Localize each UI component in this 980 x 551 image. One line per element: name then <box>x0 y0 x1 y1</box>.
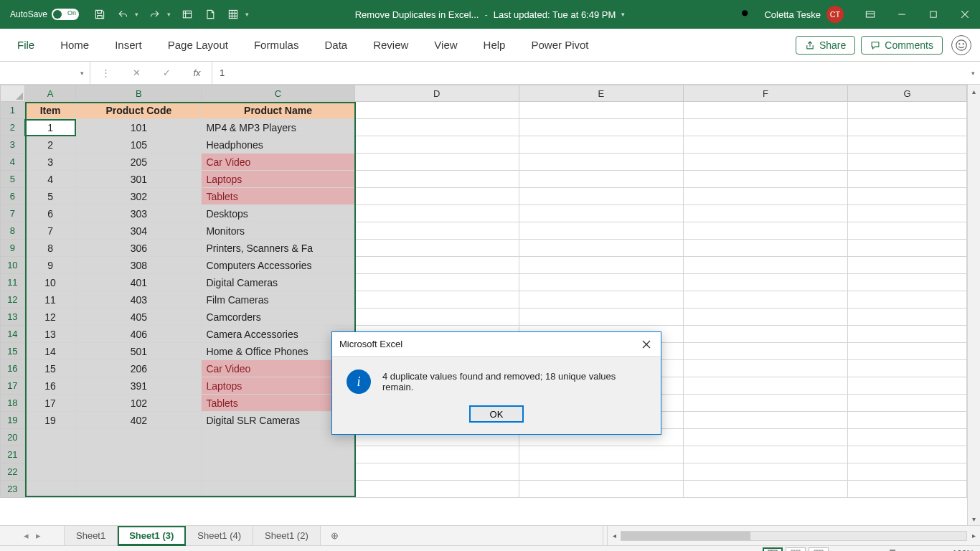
cell[interactable] <box>354 240 519 257</box>
table-row[interactable]: 1 Item Product Code Product Name <box>1 102 967 119</box>
cell[interactable] <box>354 309 519 326</box>
cell[interactable] <box>519 136 683 154</box>
cell[interactable]: 19 <box>24 412 76 429</box>
cell[interactable] <box>847 119 966 136</box>
ribbon-tab-data[interactable]: Data <box>311 29 360 61</box>
last-updated[interactable]: Last updated: Tue at 6:49 PM <box>494 9 616 20</box>
autosave[interactable]: AutoSave On <box>10 9 79 20</box>
user-account[interactable]: Coletta Teske CT <box>764 6 844 23</box>
cell[interactable] <box>683 222 847 240</box>
table-row[interactable]: 54301Laptops <box>1 171 967 188</box>
cell[interactable]: 102 <box>76 395 202 412</box>
dialog-titlebar[interactable]: Microsoft Excel <box>332 332 661 357</box>
cell[interactable]: 501 <box>76 343 202 360</box>
cell[interactable] <box>354 446 519 463</box>
cell[interactable] <box>847 343 966 360</box>
cell[interactable]: 205 <box>76 154 202 171</box>
ribbon-tab-page-layout[interactable]: Page Layout <box>155 29 241 61</box>
cell[interactable]: Camcorders <box>202 309 354 326</box>
cell[interactable] <box>683 154 847 171</box>
qat-icon-2[interactable] <box>204 8 217 21</box>
row-header[interactable]: 2 <box>1 119 25 136</box>
name-box[interactable]: ▾ <box>0 62 90 84</box>
cell[interactable]: 206 <box>76 360 202 377</box>
cell[interactable] <box>847 326 966 343</box>
cell[interactable]: 401 <box>76 274 202 291</box>
table-row[interactable]: 65302Tablets <box>1 188 967 205</box>
col-header-A[interactable]: A <box>24 85 76 102</box>
qat-icon-3[interactable] <box>227 8 240 21</box>
cell[interactable] <box>354 257 519 274</box>
cell[interactable] <box>683 119 847 136</box>
cell[interactable] <box>847 136 966 154</box>
cell[interactable] <box>683 274 847 291</box>
cell[interactable] <box>847 412 966 429</box>
cell[interactable]: 2 <box>24 136 76 154</box>
cell[interactable] <box>76 481 202 498</box>
cell[interactable] <box>847 360 966 377</box>
row-header[interactable]: 13 <box>1 309 25 326</box>
cell[interactable]: Laptops <box>202 171 354 188</box>
row-header[interactable]: 17 <box>1 377 25 395</box>
table-row[interactable]: 43205Car Video <box>1 154 967 171</box>
cell[interactable]: Desktops <box>202 205 354 222</box>
row-header[interactable]: 22 <box>1 463 25 481</box>
row-header[interactable]: 19 <box>1 412 25 429</box>
row-header[interactable]: 8 <box>1 222 25 240</box>
cell[interactable]: 12 <box>24 309 76 326</box>
cell[interactable] <box>24 429 76 446</box>
close-icon[interactable] <box>958 8 971 21</box>
cell[interactable] <box>202 446 354 463</box>
cell[interactable] <box>519 257 683 274</box>
autosave-toggle[interactable]: On <box>52 9 79 20</box>
cell[interactable] <box>683 171 847 188</box>
add-sheet-button[interactable]: ⊕ <box>321 526 349 545</box>
cell[interactable] <box>683 257 847 274</box>
sheet-tab[interactable]: Sheet1 (2) <box>253 526 321 545</box>
cell[interactable] <box>519 446 683 463</box>
spreadsheet-grid[interactable]: A B C D E F G 1 Item Product Code Produc… <box>0 85 967 498</box>
doc-name[interactable]: Remove Duplicates in Excel... <box>355 9 479 20</box>
redo-icon[interactable] <box>149 8 161 21</box>
cell[interactable] <box>519 463 683 481</box>
sheet-tab[interactable]: Sheet1 <box>65 526 118 545</box>
tab-nav-prev-icon[interactable]: ◂ <box>24 530 29 541</box>
cell[interactable]: 105 <box>76 136 202 154</box>
cell[interactable] <box>847 257 966 274</box>
table-row[interactable]: 21101MP4 & MP3 Players <box>1 119 967 136</box>
cell[interactable]: 4 <box>24 171 76 188</box>
cell[interactable] <box>847 171 966 188</box>
search-icon[interactable] <box>740 8 751 22</box>
select-all-corner[interactable] <box>1 85 25 102</box>
scroll-up-icon[interactable]: ▴ <box>968 85 980 98</box>
feedback-icon[interactable] <box>951 35 971 55</box>
row-header[interactable]: 3 <box>1 136 25 154</box>
view-page-break-icon[interactable] <box>809 547 829 552</box>
table-row[interactable]: 1110401Digital Cameras <box>1 274 967 291</box>
save-icon[interactable] <box>93 8 106 21</box>
dialog-ok-button[interactable]: OK <box>469 405 524 423</box>
cell[interactable] <box>683 326 847 343</box>
cell[interactable] <box>683 481 847 498</box>
cell[interactable]: 6 <box>24 205 76 222</box>
scroll-down-icon[interactable]: ▾ <box>968 512 980 525</box>
cell[interactable] <box>683 205 847 222</box>
cell[interactable]: 8 <box>24 240 76 257</box>
cell[interactable]: 303 <box>76 205 202 222</box>
row-header[interactable]: 5 <box>1 171 25 188</box>
zoom-level[interactable]: 100% <box>952 549 974 552</box>
cell[interactable] <box>847 481 966 498</box>
cell[interactable]: 16 <box>24 377 76 395</box>
cell[interactable] <box>683 291 847 309</box>
cell[interactable]: Computers Accessories <box>202 257 354 274</box>
view-normal-icon[interactable] <box>763 547 783 552</box>
sheet-tab[interactable]: Sheet1 (4) <box>186 526 253 545</box>
cell[interactable]: 101 <box>76 119 202 136</box>
ribbon-tab-formulas[interactable]: Formulas <box>241 29 312 61</box>
cell[interactable]: Item <box>24 102 76 119</box>
col-header-F[interactable]: F <box>683 85 847 102</box>
ribbon-tab-power-pivot[interactable]: Power Pivot <box>518 29 601 61</box>
row-header[interactable]: 23 <box>1 481 25 498</box>
cell[interactable]: 5 <box>24 188 76 205</box>
row-header[interactable]: 4 <box>1 154 25 171</box>
